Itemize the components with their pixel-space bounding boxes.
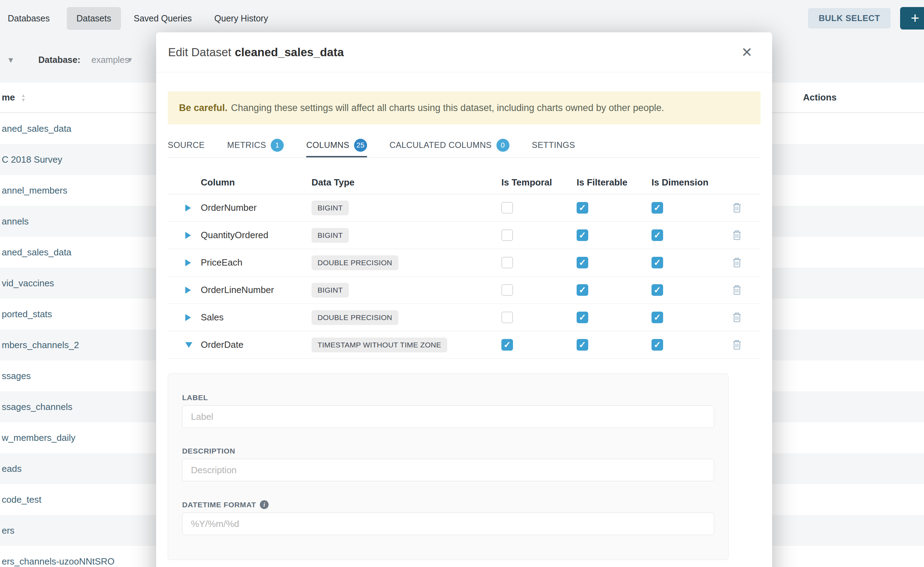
column-editor-panel: LABEL DESCRIPTION DATETIME FORMAT i xyxy=(168,374,728,560)
database-filter-label: Database: xyxy=(38,55,81,65)
tab-metrics[interactable]: METRICS 1 xyxy=(227,134,284,158)
trash-icon[interactable] xyxy=(732,230,742,241)
dataset-link[interactable]: C 2018 Survey xyxy=(2,154,62,165)
nav-tabs: Databases Datasets Saved Queries Query H… xyxy=(0,7,278,30)
tab-count-badge: 25 xyxy=(354,139,367,152)
dataset-link[interactable]: ssages_channels xyxy=(2,402,72,412)
is-dimension-checkbox[interactable] xyxy=(652,339,663,351)
dataset-link[interactable]: annel_members xyxy=(2,185,67,196)
datetime-format-input[interactable] xyxy=(182,513,714,535)
columns-table-header: Column Data Type Is Temporal Is Filterab… xyxy=(168,171,760,194)
chevron-down-icon[interactable]: ▾ xyxy=(128,55,132,64)
description-input[interactable] xyxy=(182,459,714,481)
trash-icon[interactable] xyxy=(732,257,742,268)
description-field-label: DESCRIPTION xyxy=(182,447,714,455)
trash-icon[interactable] xyxy=(732,312,742,323)
name-column-header[interactable]: me xyxy=(2,92,15,103)
modal-body: Be careful. Changing these settings will… xyxy=(156,92,772,560)
data-type-pill: DOUBLE PRECISION xyxy=(312,255,398,270)
tab-settings[interactable]: SETTINGS xyxy=(532,134,575,158)
is-dimension-checkbox[interactable] xyxy=(652,312,663,323)
is-dimension-checkbox[interactable] xyxy=(652,284,663,296)
is-filterable-checkbox[interactable] xyxy=(576,339,588,351)
field-label-text: DATETIME FORMAT xyxy=(182,501,256,509)
tab-columns[interactable]: COLUMNS 25 xyxy=(306,134,367,158)
header-is-dimension: Is Dimension xyxy=(652,177,732,188)
dataset-link[interactable]: code_test xyxy=(2,494,42,505)
dataset-link[interactable]: ssages xyxy=(2,370,31,381)
dataset-link[interactable]: vid_vaccines xyxy=(2,278,54,289)
column-name: OrderLineNumber xyxy=(201,285,312,296)
is-filterable-checkbox[interactable] xyxy=(576,312,588,323)
dataset-link[interactable]: ers xyxy=(2,525,14,536)
is-filterable-checkbox[interactable] xyxy=(576,257,588,268)
dataset-link[interactable]: ers_channels-uzooNNtSRO xyxy=(2,556,114,567)
datetime-format-field-label: DATETIME FORMAT i xyxy=(182,500,714,509)
warning-banner: Be careful. Changing these settings will… xyxy=(168,92,760,124)
nav-item-datasets[interactable]: Datasets xyxy=(67,7,121,30)
is-dimension-checkbox[interactable] xyxy=(652,230,663,241)
trash-icon[interactable] xyxy=(732,339,742,350)
nav-item-databases[interactable]: Databases xyxy=(8,7,64,30)
header-column: Column xyxy=(201,177,312,188)
bulk-select-button[interactable]: BULK SELECT xyxy=(808,8,891,28)
caret-right-icon[interactable] xyxy=(185,204,191,212)
is-filterable-checkbox[interactable] xyxy=(576,284,588,296)
edit-dataset-modal: Edit Datasetcleaned_sales_data ✕ Be care… xyxy=(156,32,772,567)
caret-right-icon[interactable] xyxy=(185,259,191,266)
column-name: Sales xyxy=(201,312,312,323)
dataset-link[interactable]: eads xyxy=(2,464,21,474)
caret-right-icon[interactable] xyxy=(185,232,191,239)
sort-icon[interactable]: ▲ ▼ xyxy=(21,93,26,102)
add-dataset-button[interactable]: + xyxy=(900,7,924,30)
dataset-link[interactable]: aned_sales_data xyxy=(2,247,71,258)
dataset-link[interactable]: aned_sales_data xyxy=(2,123,71,134)
label-input[interactable] xyxy=(182,405,714,428)
column-row: OrderDate TIMESTAMP WITHOUT TIME ZONE xyxy=(168,331,760,358)
description-field-group: DESCRIPTION xyxy=(182,447,714,481)
database-filter-value[interactable]: examples xyxy=(92,55,129,65)
actions-column-header: Actions xyxy=(803,92,837,103)
caret-right-icon[interactable] xyxy=(185,314,191,321)
is-dimension-checkbox[interactable] xyxy=(652,257,663,268)
is-temporal-checkbox[interactable] xyxy=(501,284,513,296)
is-temporal-checkbox[interactable] xyxy=(501,339,513,351)
is-dimension-checkbox[interactable] xyxy=(652,202,663,214)
is-temporal-checkbox[interactable] xyxy=(501,257,513,268)
data-type-pill: BIGINT xyxy=(312,201,349,215)
data-type-pill: BIGINT xyxy=(312,228,349,243)
dataset-link[interactable]: w_members_daily xyxy=(2,432,75,443)
data-type-pill: DOUBLE PRECISION xyxy=(312,310,398,325)
is-temporal-checkbox[interactable] xyxy=(501,230,513,241)
is-temporal-checkbox[interactable] xyxy=(501,312,513,323)
tab-source[interactable]: SOURCE xyxy=(168,134,205,158)
sort-asc-icon: ▲ xyxy=(21,93,26,98)
caret-down-icon[interactable] xyxy=(185,342,192,348)
nav-item-query-history[interactable]: Query History xyxy=(205,7,278,30)
data-type-pill: TIMESTAMP WITHOUT TIME ZONE xyxy=(312,338,447,352)
column-row: OrderNumber BIGINT xyxy=(168,194,760,222)
dataset-link[interactable]: annels xyxy=(2,216,29,227)
nav-item-saved-queries[interactable]: Saved Queries xyxy=(124,7,202,30)
data-type-pill: BIGINT xyxy=(312,283,349,297)
is-filterable-checkbox[interactable] xyxy=(576,230,588,241)
column-name: PriceEach xyxy=(201,257,312,268)
header-data-type: Data Type xyxy=(312,177,501,188)
info-icon[interactable]: i xyxy=(260,500,269,509)
trash-icon[interactable] xyxy=(732,285,742,296)
is-filterable-checkbox[interactable] xyxy=(576,202,588,214)
close-icon[interactable]: ✕ xyxy=(741,46,752,59)
tab-calculated-columns[interactable]: CALCULATED COLUMNS 0 xyxy=(390,134,509,158)
warning-bold-text: Be careful. xyxy=(179,103,227,114)
caret-right-icon[interactable] xyxy=(185,286,191,294)
tab-label: COLUMNS xyxy=(306,140,349,150)
modal-title-dataset-name: cleaned_sales_data xyxy=(235,46,344,58)
trash-icon[interactable] xyxy=(732,202,742,213)
chevron-down-icon[interactable]: ▾ xyxy=(8,54,13,65)
dataset-link[interactable]: ported_stats xyxy=(2,309,52,320)
tab-count-badge: 1 xyxy=(271,139,284,152)
dataset-link[interactable]: mbers_channels_2 xyxy=(2,340,79,351)
is-temporal-checkbox[interactable] xyxy=(501,202,513,214)
field-label-text: LABEL xyxy=(182,393,208,402)
column-row: OrderLineNumber BIGINT xyxy=(168,276,760,304)
